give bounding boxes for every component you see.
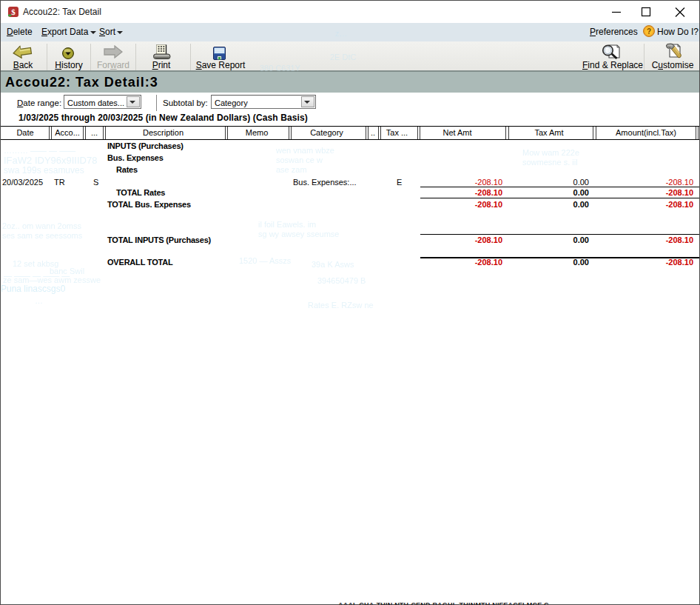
svg-text:$: $	[11, 7, 16, 16]
svg-text:?: ?	[647, 27, 651, 36]
